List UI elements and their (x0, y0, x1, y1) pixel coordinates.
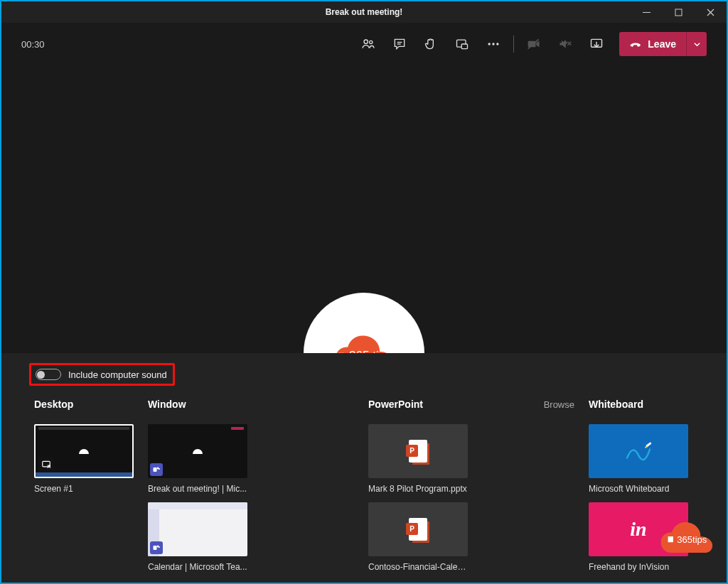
thumb-caption: Freehand by InVision (589, 562, 688, 572)
thumb-caption: Break out meeting! | Mic... (148, 484, 247, 494)
svg-rect-23 (154, 546, 157, 550)
cast-screen-icon (38, 457, 54, 472)
svg-rect-19 (43, 461, 50, 467)
leave-button[interactable]: Leave (619, 32, 707, 56)
share-ppt-item[interactable]: P Mark 8 Pilot Program.pptx (368, 424, 468, 494)
meeting-stage: 365 tips (1, 65, 727, 353)
thumb-caption: Mark 8 Pilot Program.pptx (368, 484, 468, 494)
svg-point-5 (370, 40, 373, 43)
mic-off-icon[interactable] (550, 30, 581, 58)
teams-app-icon (150, 541, 163, 554)
teams-app-icon (150, 463, 163, 476)
include-sound-toggle[interactable]: Include computer sound (29, 363, 175, 386)
meeting-timer: 00:30 (21, 39, 45, 50)
window-maximize-button[interactable] (663, 1, 695, 23)
hangup-icon (629, 38, 642, 50)
watermark-logo: 365tips (657, 519, 717, 557)
thumb-caption: Screen #1 (34, 484, 134, 494)
section-ppt-title: PowerPoint (368, 399, 423, 410)
leave-chevron-icon[interactable] (687, 32, 707, 56)
toggle-switch-icon (36, 369, 61, 380)
breakout-rooms-icon[interactable] (446, 30, 478, 58)
svg-rect-26 (668, 536, 673, 542)
window-close-button[interactable] (695, 1, 727, 23)
section-desktop-title: Desktop (34, 399, 73, 410)
share-tray: Include computer sound Desktop (1, 353, 727, 584)
chat-icon[interactable] (384, 30, 415, 58)
share-window-item[interactable]: Break out meeting! | Mic... (148, 424, 247, 494)
svg-point-11 (493, 43, 495, 45)
share-ppt-item[interactable]: P Contoso-Financial-Calen... (368, 502, 468, 572)
thumb-caption: Calendar | Microsoft Tea... (148, 562, 247, 572)
meeting-toolbar: 00:30 (1, 23, 727, 65)
ppt-browse-link[interactable]: Browse (544, 399, 574, 410)
svg-point-4 (364, 40, 368, 43)
svg-rect-20 (154, 467, 157, 472)
share-whiteboard-item[interactable]: Microsoft Whiteboard (589, 424, 688, 494)
svg-rect-9 (461, 44, 467, 49)
camera-off-icon[interactable] (518, 30, 550, 58)
participant-avatar: 365 tips (304, 293, 424, 353)
svg-point-25 (159, 546, 160, 548)
thumb-caption: Microsoft Whiteboard (589, 484, 688, 494)
svg-point-12 (496, 43, 498, 45)
share-tray-icon[interactable] (581, 30, 612, 58)
section-window-title: Window (148, 399, 186, 410)
section-wb-title: Whiteboard (589, 399, 643, 410)
raise-hand-icon[interactable] (415, 30, 446, 58)
svg-rect-1 (675, 9, 682, 16)
avatar-logo-text: 365 tips (331, 349, 398, 353)
window-minimize-button[interactable] (631, 1, 663, 23)
powerpoint-file-icon: P (406, 517, 430, 541)
share-desktop-item[interactable]: Screen #1 (34, 424, 134, 494)
svg-point-22 (159, 468, 160, 470)
people-icon[interactable] (353, 30, 384, 58)
whiteboard-icon (624, 440, 653, 462)
thumb-caption: Contoso-Financial-Calen... (368, 562, 468, 572)
window-title: Break out meeting! (326, 7, 403, 17)
share-window-item[interactable]: Calendar | Microsoft Tea... (148, 502, 247, 572)
more-actions-icon[interactable] (478, 30, 509, 58)
powerpoint-file-icon: P (406, 439, 430, 463)
svg-point-10 (488, 43, 491, 45)
toolbar-divider (513, 36, 514, 53)
include-sound-label: Include computer sound (68, 369, 167, 380)
leave-label: Leave (648, 38, 676, 50)
titlebar: Break out meeting! (1, 1, 727, 23)
